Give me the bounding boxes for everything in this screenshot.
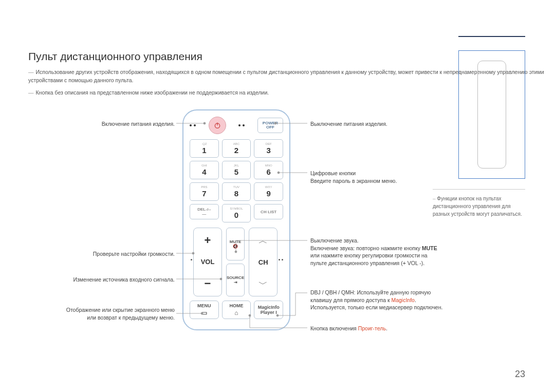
menu-button: MENU▭ [190, 301, 219, 319]
key-4: GHI4 [190, 161, 219, 179]
key-0: SYMBOL0 [222, 204, 251, 222]
top-rule [458, 36, 525, 37]
power-button [209, 117, 226, 134]
home-button: HOME⌂ [222, 301, 251, 319]
magicinfo-button: MagicInfoPlayer I [254, 301, 283, 319]
side-dots-left [191, 259, 192, 260]
label-power-on: Включение питания изделия. [31, 120, 175, 128]
power-icon [213, 121, 221, 129]
home-icon: ⌂ [234, 309, 238, 316]
page-title: Пульт дистанционного управления [28, 50, 202, 63]
key-2: ABC2 [222, 139, 251, 158]
ir-dots-left [190, 124, 196, 126]
power-off-button: POWER OFF [257, 118, 283, 133]
label-numeric: Цифровые кнопки Введите пароль в экранно… [310, 170, 444, 184]
mute-icon: 🔇 [233, 244, 238, 249]
label-mute: Выключение звука. Включение звука: повто… [310, 237, 444, 267]
label-source: Изменение источника входного сигнала. [31, 276, 175, 284]
label-power-off: Выключение питания изделия. [310, 120, 444, 128]
page-number: 23 [515, 369, 525, 380]
source-button: SOURCE⇥ [226, 264, 245, 296]
key-7: PRS7 [190, 182, 219, 201]
menu-icon: ▭ [201, 309, 207, 316]
note-2: Кнопка без описания на представленном ни… [36, 89, 269, 96]
key-del: DEL-/--— [190, 204, 219, 219]
remote-control: POWER OFF .QZ1 ABC2 DEF3 GHI4 JKL5 MNO6 … [182, 109, 290, 330]
source-icon: ⇥ [234, 280, 237, 285]
remote-thumbnail [477, 61, 506, 169]
key-1: .QZ1 [190, 139, 219, 158]
volume-rocker: + VOL − [193, 228, 222, 296]
ir-dots-right [238, 124, 245, 126]
label-magicinfo: DBJ / QBH / QMH: Используйте данную горя… [310, 289, 444, 311]
label-player: Кнопка включения Проиг-тель. [310, 325, 444, 332]
key-5: JKL5 [222, 161, 251, 179]
label-menu: Отображение или скрытие экранного меню и… [31, 306, 175, 321]
channel-rocker: ︿ CH ﹀ [249, 228, 278, 296]
key-9: WXY9 [254, 182, 283, 201]
mute-button: MUTE🔇 [226, 228, 245, 260]
label-volume: Проверьте настройки громкости. [31, 250, 175, 258]
key-6: MNO6 [254, 161, 283, 179]
remote-thumbnail-box [458, 50, 525, 179]
sidebar-note: – Функции кнопок на пультах дистанционно… [433, 189, 525, 218]
key-3: DEF3 [254, 139, 283, 158]
number-pad: .QZ1 ABC2 DEF3 GHI4 JKL5 MNO6 PRS7 TUV8 … [190, 139, 283, 201]
side-dots-right [279, 259, 283, 260]
key-8: TUV8 [222, 182, 251, 201]
key-chlist: CH LIST [254, 204, 283, 219]
